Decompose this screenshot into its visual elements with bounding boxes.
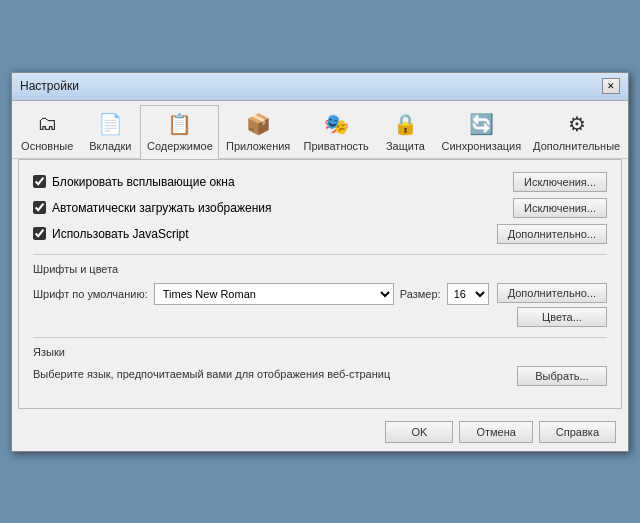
toolbar-item-sync[interactable]: 🔄 Синхронизация <box>435 105 527 159</box>
advanced-icon: ⚙ <box>561 110 593 138</box>
privacy-label: Приватность <box>304 140 369 152</box>
content-area: Блокировать всплывающие окна Исключения.… <box>18 159 622 409</box>
content-label: Содержимое <box>147 140 213 152</box>
close-button[interactable]: ✕ <box>602 78 620 94</box>
enable-js-label: Использовать JavaScript <box>52 227 189 241</box>
toolbar-item-privacy[interactable]: 🎭 Приватность <box>297 105 375 159</box>
sync-label: Синхронизация <box>442 140 522 152</box>
font-select[interactable]: Times New Roman <box>154 283 394 305</box>
fonts-section-label: Шрифты и цвета <box>33 263 607 275</box>
font-row: Шрифт по умолчанию: Times New Roman Разм… <box>33 283 489 305</box>
colors-button[interactable]: Цвета... <box>517 307 607 327</box>
cancel-button[interactable]: Отмена <box>459 421 532 443</box>
size-select[interactable]: 16 <box>447 283 489 305</box>
security-label: Защита <box>386 140 425 152</box>
lang-description: Выберите язык, предпочитаемый вами для о… <box>33 368 390 380</box>
languages-section: Языки Выберите язык, предпочитаемый вами… <box>33 346 607 386</box>
font-default-label: Шрифт по умолчанию: <box>33 288 148 300</box>
size-label: Размер: <box>400 288 441 300</box>
basic-icon: 🗂 <box>31 110 63 138</box>
ok-button[interactable]: OK <box>385 421 453 443</box>
apps-label: Приложения <box>226 140 290 152</box>
toolbar-item-content[interactable]: 📋 Содержимое <box>140 105 219 159</box>
security-icon: 🔒 <box>389 110 421 138</box>
title-bar: Настройки ✕ <box>12 73 628 101</box>
tabs-icon: 📄 <box>94 110 126 138</box>
images-exceptions-button[interactable]: Исключения... <box>513 198 607 218</box>
lang-row: Выберите язык, предпочитаемый вами для о… <box>33 366 607 386</box>
checkbox-row-js: Использовать JavaScript Дополнительно... <box>33 224 607 244</box>
load-images-label: Автоматически загружать изображения <box>52 201 271 215</box>
popups-exceptions-button[interactable]: Исключения... <box>513 172 607 192</box>
toolbar-item-apps[interactable]: 📦 Приложения <box>219 105 297 159</box>
lang-select-button[interactable]: Выбрать... <box>517 366 607 386</box>
checkboxes-section: Блокировать всплывающие окна Исключения.… <box>33 172 607 244</box>
toolbar-item-advanced[interactable]: ⚙ Дополнительные <box>527 105 626 159</box>
load-images-checkbox[interactable] <box>33 201 46 214</box>
toolbar-item-security[interactable]: 🔒 Защита <box>375 105 435 159</box>
basic-label: Основные <box>21 140 73 152</box>
js-advanced-button[interactable]: Дополнительно... <box>497 224 607 244</box>
bottom-bar: OK Отмена Справка <box>12 415 628 451</box>
font-controls: Шрифт по умолчанию: Times New Roman Разм… <box>33 283 489 311</box>
checkbox-row-popups: Блокировать всплывающие окна Исключения.… <box>33 172 607 192</box>
languages-section-label: Языки <box>33 346 607 358</box>
sync-icon: 🔄 <box>465 110 497 138</box>
content-icon: 📋 <box>164 110 196 138</box>
apps-icon: 📦 <box>242 110 274 138</box>
toolbar-item-tabs[interactable]: 📄 Вкладки <box>80 105 140 159</box>
tabs-label: Вкладки <box>89 140 131 152</box>
window-title: Настройки <box>20 79 79 93</box>
settings-window: Настройки ✕ 🗂 Основные 📄 Вкладки 📋 Содер… <box>11 72 629 452</box>
toolbar-item-basic[interactable]: 🗂 Основные <box>14 105 80 159</box>
checkbox-row-images: Автоматически загружать изображения Искл… <box>33 198 607 218</box>
advanced-label: Дополнительные <box>533 140 620 152</box>
help-button[interactable]: Справка <box>539 421 616 443</box>
block-popups-label: Блокировать всплывающие окна <box>52 175 235 189</box>
title-controls: ✕ <box>602 78 620 94</box>
toolbar: 🗂 Основные 📄 Вкладки 📋 Содержимое 📦 Прил… <box>12 101 628 159</box>
font-buttons: Дополнительно... Цвета... <box>497 283 607 327</box>
enable-js-checkbox[interactable] <box>33 227 46 240</box>
fonts-advanced-button[interactable]: Дополнительно... <box>497 283 607 303</box>
fonts-section: Шрифты и цвета Шрифт по умолчанию: Times… <box>33 263 607 327</box>
block-popups-checkbox[interactable] <box>33 175 46 188</box>
privacy-icon: 🎭 <box>320 110 352 138</box>
